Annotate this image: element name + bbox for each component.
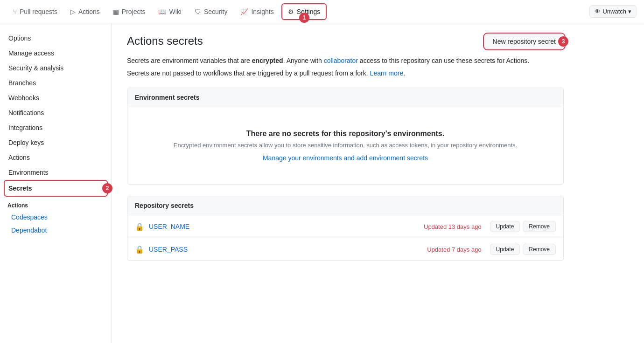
settings-sidebar: Options Manage access Security & analysi… [0, 23, 112, 343]
environment-secrets-header: Environment secrets [127, 88, 563, 107]
nav-actions[interactable]: ▷ Actions [65, 4, 105, 19]
sidebar-sub-item-dependabot[interactable]: Dependabot [0, 224, 112, 237]
sidebar-item-branches[interactable]: Branches [0, 75, 112, 90]
description-line-2: Secrets are not passed to workflows that… [127, 69, 564, 78]
sidebar-actions-section-label: Actions [0, 199, 112, 211]
secret-row-username: 🔒 USER_NAME Updated 13 days ago Update R… [127, 215, 563, 238]
environment-secrets-empty: There are no secrets for this repository… [127, 107, 563, 184]
sidebar-item-integrations[interactable]: Integrations [0, 120, 112, 135]
step-badge-2: 2 [102, 183, 112, 193]
remove-button-username[interactable]: Remove [523, 221, 556, 232]
nav-pull-requests[interactable]: ⑂ Pull requests [7, 4, 63, 19]
step-badge-3: 3 [558, 36, 568, 47]
sidebar-item-environments[interactable]: Environments [0, 165, 112, 180]
chevron-down-icon: ▾ [628, 8, 631, 15]
secret-name-username: USER_NAME [149, 223, 424, 230]
update-button-userpass[interactable]: Update [490, 244, 520, 255]
secret-updated-username: Updated 13 days ago [424, 223, 482, 230]
settings-icon: ⚙ [288, 8, 294, 15]
sidebar-item-webhooks[interactable]: Webhooks [0, 90, 112, 105]
top-navigation: ⑂ Pull requests ▷ Actions ▦ Projects 📖 W… [0, 0, 644, 23]
nav-security[interactable]: 🛡 Security [189, 4, 233, 19]
step-badge-1: 1 [299, 13, 309, 23]
manage-environments-link[interactable]: Manage your environments and add environ… [263, 154, 428, 162]
remove-button-userpass[interactable]: Remove [523, 244, 556, 255]
secret-updated-userpass: Updated 7 days ago [427, 246, 481, 253]
wiki-icon: 📖 [158, 8, 166, 15]
repository-secrets-header: Repository secrets [127, 196, 563, 215]
projects-icon: ▦ [113, 8, 119, 15]
learn-more-link[interactable]: Learn more [370, 69, 404, 77]
secret-name-userpass: USER_PASS [149, 246, 427, 253]
page-header: Actions secrets New repository secret 3 [127, 34, 564, 48]
page-title: Actions secrets [127, 34, 203, 48]
pull-requests-icon: ⑂ [13, 8, 17, 15]
empty-state-title: There are no secrets for this repository… [135, 130, 556, 138]
new-repository-secret-button[interactable]: New repository secret [485, 34, 564, 48]
unwatch-button[interactable]: 👁 Unwatch ▾ [589, 5, 637, 18]
sidebar-item-deploy-keys[interactable]: Deploy keys [0, 135, 112, 150]
environment-secrets-section: Environment secrets There are no secrets… [127, 88, 564, 185]
eye-icon: 👁 [595, 8, 601, 15]
nav-settings[interactable]: ⚙ Settings 1 [281, 3, 327, 20]
lock-icon-username: 🔒 [135, 222, 144, 231]
nav-projects[interactable]: ▦ Projects [107, 4, 151, 19]
secret-row-userpass: 🔒 USER_PASS Updated 7 days ago Update Re… [127, 238, 563, 261]
nav-insights[interactable]: 📈 Insights [235, 4, 279, 19]
main-layout: Options Manage access Security & analysi… [0, 23, 644, 343]
insights-icon: 📈 [240, 8, 248, 15]
sidebar-item-security-analysis[interactable]: Security & analysis [0, 61, 112, 75]
main-content: Actions secrets New repository secret 3 … [112, 23, 579, 343]
sidebar-item-actions[interactable]: Actions [0, 150, 112, 165]
sidebar-item-manage-access[interactable]: Manage access [0, 46, 112, 61]
nav-wiki[interactable]: 📖 Wiki [153, 4, 187, 19]
empty-state-desc: Encrypted environment secrets allow you … [135, 142, 556, 149]
update-button-username[interactable]: Update [490, 221, 520, 232]
collaborator-link[interactable]: collaborator [324, 57, 358, 64]
description-line-1: Secrets are environment variables that a… [127, 56, 564, 66]
lock-icon-userpass: 🔒 [135, 245, 144, 254]
sidebar-item-notifications[interactable]: Notifications [0, 105, 112, 120]
repository-secrets-section: Repository secrets 🔒 USER_NAME Updated 1… [127, 196, 564, 261]
sidebar-item-options[interactable]: Options [0, 31, 112, 46]
sidebar-item-secrets[interactable]: Secrets [4, 180, 108, 197]
actions-icon: ▷ [70, 8, 76, 15]
sidebar-sub-item-codespaces[interactable]: Codespaces [0, 211, 112, 224]
security-icon: 🛡 [195, 8, 201, 15]
